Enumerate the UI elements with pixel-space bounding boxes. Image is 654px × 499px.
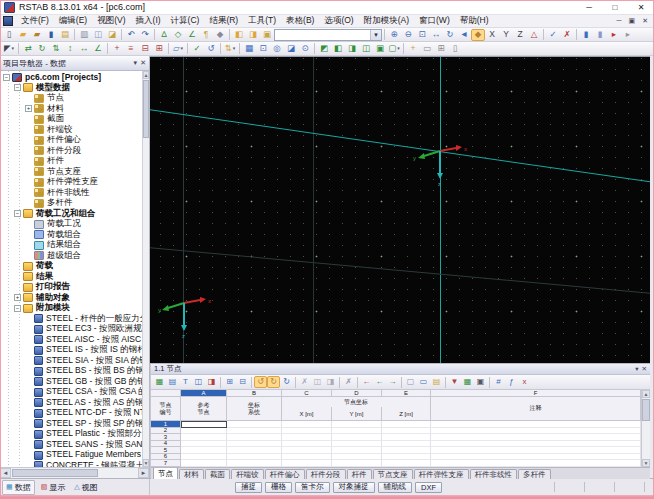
extend-member-icon[interactable]: ⊞ (152, 43, 166, 55)
table-tab-杆件分段[interactable]: 杆件分段 (306, 469, 346, 479)
undo-icon[interactable]: ↺ (254, 376, 267, 388)
regenerate-icon[interactable]: ↺ (204, 43, 218, 55)
status-toggle-笛卡尔[interactable]: 笛卡尔 (295, 482, 330, 493)
prev-table-icon[interactable]: ← (373, 376, 386, 388)
scroll-up-icon[interactable]: ▲ (642, 390, 650, 398)
tree-expander-icon[interactable]: − (3, 74, 10, 81)
column-header-reference-node[interactable]: 参考节点 (181, 397, 227, 421)
tree-expander-icon[interactable]: − (14, 84, 21, 91)
table-color-icon[interactable]: ◨ (205, 376, 218, 388)
status-toggle-栅格[interactable]: 栅格 (265, 482, 292, 493)
perspective-icon[interactable]: △ (527, 29, 541, 41)
menu-item[interactable]: 文件(F) (16, 15, 54, 27)
delete-cells-icon[interactable]: ✗ (342, 376, 355, 388)
project-icon[interactable]: ↕ (63, 43, 77, 55)
table-cell[interactable] (332, 460, 382, 467)
open-icon[interactable]: ▰ (16, 29, 30, 41)
refresh-icon[interactable]: ↻ (280, 376, 293, 388)
tree-item[interactable]: +材料 (0, 104, 142, 115)
column-letter[interactable]: F (431, 390, 641, 397)
undo-icon[interactable]: ↶ (124, 29, 138, 41)
table-cell[interactable] (382, 460, 431, 467)
view-y-icon[interactable]: Y (499, 29, 513, 41)
redo-icon[interactable]: ↻ (267, 376, 280, 388)
select-all-icon[interactable]: ▦ (242, 43, 256, 55)
clipping-plane-icon[interactable]: ▭ (420, 43, 434, 55)
scrollbar-thumb[interactable] (642, 399, 650, 421)
visibility-supports-icon[interactable]: ◫ (359, 43, 373, 55)
previous-view-icon[interactable]: ◄ (457, 29, 471, 41)
calculator-icon[interactable]: # (492, 376, 505, 388)
navigator-tab-数据[interactable]: ▦数据 (2, 480, 35, 495)
close-button[interactable]: ✕ (628, 0, 654, 14)
rotate-icon[interactable]: ↻ (35, 43, 49, 55)
zoom-window-icon[interactable]: ⊡ (415, 29, 429, 41)
edit-pointer-icon[interactable]: ◤ (2, 43, 16, 55)
shear-icon[interactable]: ∠ (91, 43, 105, 55)
menu-item[interactable]: 计算(C) (166, 15, 205, 27)
tree-item[interactable]: 打印报告 (0, 282, 142, 293)
tree-expander-icon[interactable]: + (25, 105, 32, 112)
menu-item[interactable]: 视图(V) (92, 15, 130, 27)
corner-header[interactable] (151, 390, 181, 397)
table-tab-材料[interactable]: 材料 (179, 469, 204, 479)
table-tab-杆件偏心[interactable]: 杆件偏心 (265, 469, 305, 479)
delete-results-icon[interactable]: ✗ (560, 29, 574, 41)
table-pin-icon[interactable]: ▾ (635, 365, 638, 373)
insert-row-icon[interactable]: ⊞ (223, 376, 236, 388)
table-font-icon[interactable]: T (179, 376, 192, 388)
tree-expander-icon[interactable]: − (14, 210, 21, 217)
table-toggle-icon[interactable]: ⊞ (434, 43, 448, 55)
row-number[interactable]: 7 (151, 460, 181, 467)
model-viewport[interactable]: x y z x y z (150, 56, 650, 363)
maximize-button[interactable]: □ (602, 0, 628, 14)
print-icon[interactable]: ▥ (77, 29, 91, 41)
move-copy-icon[interactable]: ⇄ (21, 43, 35, 55)
view-selector-combo[interactable]: ▼ (274, 29, 382, 41)
model-check2-icon[interactable]: ✓ (190, 43, 204, 55)
window-layout-icon[interactable]: ▣ (260, 29, 274, 41)
connect-members-icon[interactable]: + (110, 43, 124, 55)
paste-icon[interactable]: ◨ (324, 376, 337, 388)
tree-item[interactable]: 超级组合 (0, 251, 142, 262)
rotate-view-icon[interactable]: ↻ (443, 29, 457, 41)
view-x-icon[interactable]: X (485, 29, 499, 41)
renumber-icon[interactable]: ⇅ (223, 43, 237, 55)
invert-selection-icon[interactable]: ◪ (284, 43, 298, 55)
table-cell[interactable] (227, 460, 282, 467)
go-start-icon[interactable]: ← (360, 376, 373, 388)
excel-export-icon[interactable]: ▦ (461, 376, 474, 388)
bookmark-gray-icon[interactable]: ▸ (621, 29, 635, 41)
menu-item[interactable]: 工具(T) (243, 15, 281, 27)
new-icon[interactable]: ▯ (2, 29, 16, 41)
tree-item[interactable]: CONCRETE - 钢筋混凝土杆件设计 (0, 461, 142, 468)
tree-expander-icon[interactable]: − (14, 305, 21, 312)
menu-item[interactable]: 结果(R) (204, 15, 243, 27)
scroll-right-icon[interactable]: ► (138, 468, 149, 478)
sheet-view-icon[interactable]: ▤ (430, 376, 443, 388)
table-tab-节点支座[interactable]: 节点支座 (373, 469, 413, 479)
scale-icon[interactable]: ↔ (77, 43, 91, 55)
column-header-x[interactable]: X [m] (282, 407, 332, 421)
scrollbar-thumb[interactable] (12, 469, 98, 477)
navigator-pin-icon[interactable]: ▾ (134, 59, 138, 67)
column-letter[interactable]: E (382, 390, 431, 397)
comment-icon[interactable]: ¶ (199, 29, 213, 41)
tree-item[interactable]: 荷载 (0, 261, 142, 272)
scrollbar-thumb[interactable] (143, 80, 149, 138)
visibility-all-icon[interactable]: ▢ (387, 43, 401, 55)
column-letter[interactable]: A (181, 390, 227, 397)
zoom-out-icon[interactable]: ⊖ (401, 29, 415, 41)
column-header-z[interactable]: Z [m] (382, 407, 431, 421)
select-window-icon[interactable]: ⊡ (256, 43, 270, 55)
divide-member-icon[interactable]: ⊟ (138, 43, 152, 55)
visibility-numbering-icon[interactable]: ▣ (373, 43, 387, 55)
menu-item[interactable]: 选项(O) (319, 15, 358, 27)
column-letter[interactable]: D (332, 390, 382, 397)
table-cell[interactable] (181, 460, 227, 467)
panel-toggle-icon[interactable]: ▯ (448, 43, 462, 55)
mdi-close-button[interactable]: ✕ (642, 17, 648, 25)
guide-line-icon[interactable]: ∠ (185, 29, 199, 41)
table-vertical-scrollbar[interactable]: ▲ ▼ (641, 390, 650, 467)
print-graphic-icon[interactable]: ▮ (593, 29, 607, 41)
